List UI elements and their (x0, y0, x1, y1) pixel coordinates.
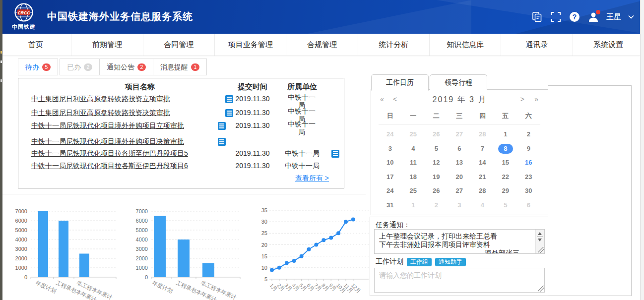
calendar-day[interactable]: 26 (425, 127, 448, 142)
tab-notice[interactable]: 通知公告2 (99, 59, 153, 75)
calendar-day[interactable]: 17 (379, 170, 402, 184)
fullscreen-icon[interactable] (550, 11, 562, 23)
calendar-day[interactable]: 24 (379, 184, 402, 198)
form-icon[interactable] (218, 138, 226, 146)
resize-handle-icon[interactable] (538, 286, 544, 292)
calendar-day[interactable]: 26 (425, 184, 448, 198)
calendar-day[interactable]: 9 (517, 142, 540, 156)
nav-item-pre-stage[interactable]: 前期管理 (71, 34, 143, 56)
nav-item-contacts[interactable]: 通讯录 (501, 34, 573, 56)
calendar-day[interactable]: 10 (379, 156, 402, 170)
user-name[interactable]: 王星 (606, 12, 621, 22)
calendar-day[interactable]: 18 (402, 170, 425, 184)
calendar-day[interactable]: 24 (379, 127, 402, 142)
project-name-link[interactable]: 中铁十一局尼铁现代化项目境外并购项目立项审批 (31, 121, 184, 130)
nav-item-compliance[interactable]: 合规管理 (286, 34, 358, 56)
notify-assistant-button[interactable]: 通知助手 (435, 258, 466, 266)
help-icon[interactable]: ? (569, 11, 580, 23)
calendar-day[interactable]: 15 (494, 156, 517, 170)
calendar-day[interactable]: 25 (402, 127, 425, 142)
project-name-link[interactable]: 中铁十一局尼铁现代化项目境外并购项目决策审批 (31, 137, 184, 146)
nav-item-knowledge[interactable]: 知识信息库 (430, 34, 501, 56)
calendar-day[interactable]: 6 (448, 142, 471, 156)
calendar-day[interactable]: 14 (471, 156, 494, 170)
project-name-link[interactable]: 中土集团尼日利亚高原盘转铁路投资立项审批 (31, 95, 170, 104)
calendar-day[interactable]: 1 (402, 198, 425, 213)
calendar-day[interactable]: 13 (448, 156, 471, 170)
calendar-day[interactable]: 12 (425, 156, 448, 170)
calendar-day[interactable]: 20 (448, 170, 471, 184)
chevron-down-icon[interactable] (628, 15, 634, 19)
task-panel: 任务通知： 上午整理会议记录，打印出来给王总看下午去非洲处回报本周项目评审资料 … (370, 217, 548, 296)
work-plan-label: 工作计划 (376, 257, 403, 266)
calendar-day[interactable]: 28 (471, 184, 494, 198)
calendar-day[interactable]: 1 (494, 127, 517, 142)
tab-todo[interactable]: 待办5 (18, 59, 58, 75)
nav-item-home[interactable]: 首页 (0, 34, 71, 56)
svg-text:6000: 6000 (15, 218, 27, 224)
nav-item-statistics[interactable]: 统计分析 (358, 34, 430, 56)
calendar-day[interactable]: 29 (494, 184, 517, 198)
svg-text:2000: 2000 (136, 255, 148, 261)
next-year-button[interactable]: » (532, 95, 540, 103)
svg-text:年度计划: 年度计划 (34, 279, 57, 294)
calendar-day[interactable]: 2 (425, 198, 448, 213)
calendar-day[interactable]: 5 (494, 198, 517, 213)
calendar-day[interactable]: 3 (448, 198, 471, 213)
svg-text:5: 5 (264, 276, 267, 282)
user-icon[interactable] (587, 11, 599, 23)
copy-icon[interactable] (531, 11, 543, 23)
tab-badge: 1 (191, 63, 199, 71)
project-name-link[interactable]: 中铁十一局尼铁现代化项目拉各斯至伊巴丹段项目5 (31, 149, 188, 158)
calendar-day[interactable]: 22 (494, 170, 517, 184)
scroll-down-icon[interactable] (538, 239, 542, 241)
calendar-day[interactable]: 25 (402, 184, 425, 198)
calendar-day[interactable]: 7 (471, 142, 494, 156)
calendar-day[interactable]: 28 (471, 127, 494, 142)
prev-month-button[interactable]: < (391, 95, 399, 103)
prev-year-button[interactable]: « (378, 95, 386, 103)
calendar-day[interactable]: 21 (471, 170, 494, 184)
calendar-day[interactable]: 5 (425, 142, 448, 156)
tab-work-calendar[interactable]: 工作日历 (371, 74, 429, 91)
calendar-day[interactable]: 8 (494, 142, 517, 156)
resize-handle-icon[interactable] (538, 247, 544, 253)
calendar-day[interactable]: 6 (517, 198, 540, 213)
calendar-day[interactable]: 19 (425, 170, 448, 184)
scrollbar[interactable] (535, 230, 544, 253)
crcc-logo[interactable]: CRCC 中国铁建 (9, 2, 39, 32)
calendar-day[interactable]: 23 (517, 170, 540, 184)
calendar-day[interactable]: 2 (517, 127, 540, 142)
calendar-day[interactable]: 30 (517, 184, 540, 198)
nav-item-settings[interactable]: 系统设置 (573, 34, 644, 56)
weekday-label: 五 (494, 112, 517, 124)
form-icon[interactable] (331, 150, 339, 158)
work-group-button[interactable]: 工作组 (407, 258, 432, 266)
view-all-link[interactable]: 查看所有 > (295, 174, 329, 183)
calendar-day[interactable]: 16 (517, 156, 540, 170)
calendar-day[interactable]: 27 (448, 127, 471, 142)
nav-item-contract[interactable]: 合同管理 (143, 34, 215, 56)
calendar-day[interactable]: 27 (448, 184, 471, 198)
calendar-day[interactable]: 31 (379, 198, 402, 213)
work-plan-textarea[interactable]: 请输入您的工作计划 (374, 268, 545, 293)
calendar-day[interactable]: 4 (471, 198, 494, 213)
task-notice-textarea[interactable]: 上午整理会议记录，打印出来给王总看下午去非洲处回报本周项目评审资料 海外部张三 (374, 229, 545, 254)
tab-label: 消息提醒 (160, 63, 188, 71)
project-name-link[interactable]: 中铁十一局尼铁现代化项目拉各斯至伊巴丹段项目6 (31, 162, 188, 171)
calendar-day[interactable]: 11 (402, 156, 425, 170)
svg-text:6000: 6000 (136, 218, 148, 224)
nav-item-project-business[interactable]: 项目业务管理 (215, 34, 286, 56)
tab-message[interactable]: 消息提醒1 (153, 59, 207, 75)
svg-text:5000: 5000 (15, 227, 27, 233)
calendar-day[interactable]: 4 (402, 142, 425, 156)
svg-text:7000: 7000 (15, 208, 27, 214)
svg-text:4000: 4000 (15, 237, 27, 242)
tab-done[interactable]: 已办2 (60, 59, 100, 75)
scroll-up-icon[interactable] (538, 232, 542, 235)
next-month-button[interactable]: > (518, 95, 526, 103)
tab-leader-schedule[interactable]: 领导行程 (430, 74, 487, 90)
project-name-link[interactable]: 中土集团尼日利亚高原盘转铁路投资决策审批 (31, 109, 170, 118)
svg-text:4000: 4000 (136, 237, 148, 242)
calendar-day[interactable]: 3 (379, 142, 402, 156)
